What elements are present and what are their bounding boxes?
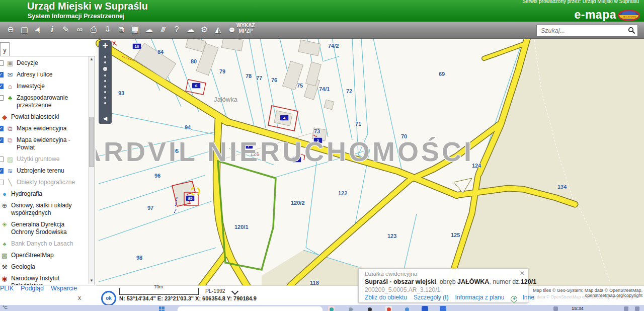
measure-icon[interactable]: ✎ bbox=[59, 24, 72, 36]
app-blue-dot-icon[interactable] bbox=[404, 306, 410, 311]
emapa-brand[interactable]: e-mapa bbox=[574, 8, 616, 22]
app-blue-square-icon[interactable] bbox=[422, 306, 428, 311]
sidebar-scrollbar[interactable]: ▲ ▼ bbox=[88, 56, 95, 284]
add-icon[interactable]: + bbox=[511, 296, 517, 302]
address-marker[interactable]: 7 bbox=[245, 143, 253, 149]
zoom-out-icon[interactable]: ⊖ bbox=[4, 24, 17, 36]
popup-link[interactable]: Zbliż do obiektu bbox=[365, 294, 407, 301]
scroll-down-icon[interactable]: ▼ bbox=[89, 278, 95, 284]
geo-system-logo-icon[interactable]: GEO-SYSTEM bbox=[618, 10, 640, 21]
tray-icon[interactable] bbox=[553, 306, 558, 311]
layer-row-heritage-institute[interactable]: ◉Narodowy Instytut Dziedzictwa bbox=[0, 273, 89, 285]
footer-link-podgląd[interactable]: Podgląd bbox=[21, 285, 44, 292]
layer-row-cadastral-map-county[interactable]: ✓⧉Mapa ewidencyjna - Powiat bbox=[0, 134, 89, 153]
zoom-in-button[interactable]: + bbox=[99, 40, 112, 51]
layer-checkbox[interactable] bbox=[0, 157, 4, 162]
layer-row-topographic-objects[interactable]: ╲Obiekty topograficzne bbox=[0, 177, 89, 188]
popup-link[interactable]: Informacja z planu bbox=[455, 294, 504, 301]
sidebar-close[interactable]: x bbox=[78, 294, 81, 301]
levels-icon[interactable]: ◭ bbox=[212, 24, 225, 36]
search-icon[interactable] bbox=[628, 27, 635, 34]
address-marker[interactable]: 2 bbox=[314, 138, 323, 143]
close-icon[interactable]: ✕ bbox=[520, 270, 525, 277]
search-input[interactable] bbox=[540, 26, 626, 35]
ok-button[interactable]: ok bbox=[101, 291, 116, 306]
link-icon[interactable]: ∞ bbox=[73, 24, 87, 36]
zoom-level-dot[interactable] bbox=[103, 67, 107, 71]
weather-widget-fragment[interactable]: °C bbox=[3, 305, 8, 310]
layer-row-geology[interactable]: ⚒Geologia bbox=[0, 261, 89, 273]
footer-link-plik[interactable]: PLIK bbox=[0, 285, 14, 292]
zoom-slider[interactable] bbox=[99, 51, 112, 109]
copy-frames-icon[interactable]: ⧉ bbox=[115, 24, 128, 36]
zoom-level-dot[interactable] bbox=[104, 56, 106, 58]
app-teal-pink-icon[interactable] bbox=[328, 306, 335, 311]
zoom-level-dot[interactable] bbox=[104, 74, 106, 76]
address-marker[interactable]: 10 bbox=[133, 44, 141, 49]
zoom-level-dot[interactable] bbox=[104, 86, 106, 88]
address-marker[interactable]: 95 bbox=[186, 196, 195, 201]
layer-row-land-use[interactable]: ▨Użytki gruntowe bbox=[0, 153, 89, 165]
map-canvas[interactable]: 8480797877767574/274/1727371697093949596… bbox=[96, 38, 644, 305]
layer-checkbox[interactable]: ✓ bbox=[0, 72, 4, 77]
layer-row-spatial-planning[interactable]: ♣Zagospodarowanie przestrzenne bbox=[0, 92, 89, 111]
address-marker[interactable]: 4 bbox=[280, 115, 289, 121]
crs-selector[interactable]: PL-1992 bbox=[205, 288, 225, 294]
help-icon[interactable]: ? bbox=[170, 24, 183, 36]
parcel-label: 121 bbox=[250, 151, 259, 157]
app-printer-icon[interactable] bbox=[347, 306, 354, 311]
print-icon[interactable]: ⎙ bbox=[87, 24, 100, 36]
app-ring-icon[interactable] bbox=[366, 306, 373, 311]
layer-row-geodetic-grids[interactable]: ⊕Osnowy, siatki i układy współrzędnych bbox=[0, 200, 89, 219]
layer-row-cadastral-map[interactable]: ✓⧉Mapa ewidencyjna bbox=[0, 123, 89, 134]
popup-link[interactable]: Szczegóły (I) bbox=[414, 294, 448, 301]
footer-link-wsparcie[interactable]: Wsparcie bbox=[51, 285, 77, 292]
address-marker[interactable]: 4 bbox=[293, 157, 301, 163]
cursor-icon[interactable]: ➤ bbox=[30, 21, 47, 38]
taskbar-search-pill[interactable] bbox=[177, 306, 323, 311]
scroll-thumb[interactable] bbox=[89, 117, 94, 167]
layer-row-investments[interactable]: ✓⌂Inwestycje bbox=[0, 81, 89, 92]
address-marker[interactable]: 6 bbox=[192, 83, 201, 89]
chevron-down-icon[interactable] bbox=[231, 288, 238, 295]
app-blue-square2-icon[interactable] bbox=[440, 306, 446, 311]
tray-icon[interactable] bbox=[635, 306, 639, 311]
zoom-level-dot[interactable] bbox=[104, 61, 106, 63]
layers-tab[interactable]: y bbox=[0, 42, 10, 56]
zoom-level-dot[interactable] bbox=[104, 97, 106, 99]
comment-bubble-icon[interactable]: ☁ bbox=[142, 24, 155, 36]
info-icon[interactable]: i bbox=[46, 24, 59, 36]
tray-icon[interactable] bbox=[624, 306, 628, 311]
select-area-icon[interactable]: ▢ bbox=[18, 24, 31, 36]
layer-row-gdos[interactable]: ✳Generalna Dyrekcja Ochrony Środowiska bbox=[0, 219, 89, 238]
layer-row-openstreetmap[interactable]: ▩OpenStreetMap bbox=[0, 250, 89, 261]
zoom-level-dot[interactable] bbox=[104, 91, 106, 93]
layer-row-decisions[interactable]: ▣Decyzje bbox=[0, 57, 89, 69]
popup-link[interactable]: Inne bbox=[522, 294, 534, 301]
layer-row-forest-data-bank[interactable]: ♠Bank Danych o Lasach bbox=[0, 238, 89, 250]
scroll-up-icon[interactable]: ▲ bbox=[89, 56, 95, 62]
cloud-download-icon[interactable]: ☁ bbox=[184, 24, 197, 36]
layer-checkbox[interactable] bbox=[0, 180, 4, 185]
layer-checkbox[interactable] bbox=[0, 60, 4, 66]
layer-checkbox[interactable]: ✓ bbox=[0, 137, 4, 143]
zoom-level-dot[interactable] bbox=[104, 102, 106, 104]
hatch-icon[interactable]: /// bbox=[156, 24, 170, 36]
layer-checkbox[interactable] bbox=[0, 95, 4, 101]
wykaz-mpzp-button[interactable]: WYKAZ MPZP bbox=[236, 23, 255, 34]
app-red-icon[interactable] bbox=[385, 306, 392, 311]
layer-checkbox[interactable]: ✓ bbox=[0, 126, 4, 131]
layer-row-hydrography[interactable]: ●Hydrografia bbox=[0, 188, 89, 200]
layer-row-addresses-streets[interactable]: ✓✉Adresy i ulice bbox=[0, 69, 89, 81]
download-pin-icon[interactable]: ⇩ bbox=[101, 24, 114, 36]
layout-panels-icon[interactable]: ▦ bbox=[129, 24, 142, 36]
layer-row-utilities[interactable]: ✓≋Uzbrojenie terenu bbox=[0, 165, 89, 177]
zoom-level-dot[interactable] bbox=[104, 80, 106, 82]
layer-row-coat-of-arms[interactable]: ◆Powiat białostocki bbox=[0, 111, 89, 123]
layer-checkbox[interactable]: ✓ bbox=[0, 84, 4, 89]
sidebar-collapse-button[interactable]: ◀ bbox=[99, 113, 112, 124]
layer-checkbox[interactable]: ✓ bbox=[0, 168, 4, 174]
settings-gears-icon[interactable]: ⚙ bbox=[198, 24, 211, 36]
taskbar-clock[interactable]: 15:34 bbox=[572, 305, 584, 311]
windows-start-icon[interactable] bbox=[159, 306, 165, 311]
